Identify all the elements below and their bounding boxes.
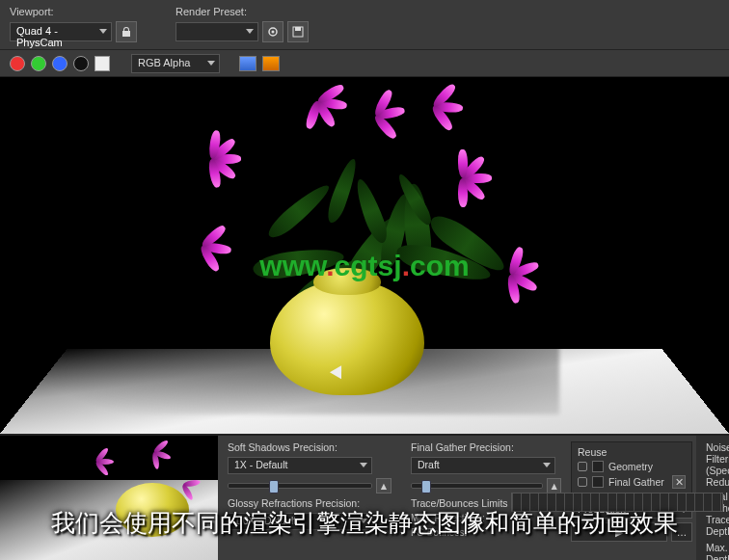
lock-icon (578, 477, 587, 487)
shadows-precision-panel: Soft Shadows Precision: 1X - Default ▲ G… (218, 436, 401, 560)
max-reflections-label: Max. Reflections: (411, 513, 485, 523)
reuse-fg-reset-button[interactable]: ✕ (672, 475, 686, 489)
preset-browse-button[interactable] (262, 21, 284, 42)
render-preset-label: Render Preset: (176, 6, 309, 17)
final-gather-slider[interactable] (411, 483, 543, 489)
watermark-text: www.cgtsj.com (259, 250, 469, 282)
glossy-refractions-value: 1.0X - Default (234, 515, 296, 526)
soft-shadows-slider[interactable] (228, 483, 372, 489)
viewport-select-value: Quad 4 - PhysCam (16, 25, 63, 48)
render-preview-thumbnail (0, 436, 218, 560)
svg-rect-3 (295, 27, 301, 31)
final-gather-value: Draft (418, 459, 440, 470)
chevron-down-icon (246, 29, 254, 34)
chevron-down-icon (360, 519, 367, 523)
render-options-button[interactable]: … (671, 522, 692, 542)
final-gather-step-button[interactable]: ▲ (547, 478, 561, 493)
time-slider[interactable] (511, 493, 723, 512)
render-pot (270, 280, 424, 395)
viewport-select[interactable]: Quad 4 - PhysCam (10, 22, 112, 41)
green-channel-button[interactable] (31, 56, 46, 71)
disk-icon (292, 26, 304, 38)
lock-icon (121, 26, 132, 38)
noise-filtering-label: Noise Filtering (Speckle Reduction): (706, 441, 723, 488)
framebuffer-type-select[interactable]: RGB Alpha (131, 54, 220, 73)
svg-point-1 (272, 31, 275, 34)
final-gather-select[interactable]: Draft (411, 457, 555, 474)
reuse-geometry-checkbox[interactable] (592, 461, 604, 472)
reuse-geometry-label: Geometry (608, 461, 653, 472)
soft-shadows-step-button[interactable]: ▲ (376, 478, 392, 493)
glossy-refractions-label: Glossy Refractions Precision: (228, 497, 395, 509)
lock-viewport-button[interactable] (116, 21, 137, 42)
render-preset-select[interactable] (176, 22, 258, 41)
soft-shadows-label: Soft Shadows Precision: (228, 441, 395, 453)
clone-framebuffer-button[interactable] (239, 56, 256, 71)
glossy-refractions-select[interactable]: 1.0X - Default (228, 513, 372, 530)
max-depth-label: Max. Depth: (706, 542, 729, 560)
reuse-final-gather-label: Final Gather (608, 476, 664, 488)
fg-bounces-label: FG Bounces: (411, 527, 561, 538)
blue-channel-button[interactable] (52, 56, 68, 71)
reuse-final-gather-checkbox[interactable] (592, 476, 604, 488)
chevron-down-icon (207, 61, 215, 66)
chevron-down-icon (543, 463, 551, 467)
chevron-down-icon (99, 29, 107, 34)
preset-save-button[interactable] (287, 21, 309, 42)
save-image-button[interactable] (262, 56, 280, 71)
render-button[interactable]: ▶ (571, 522, 667, 542)
soft-shadows-select[interactable]: 1X - Default (228, 457, 372, 474)
soft-shadows-value: 1X - Default (234, 459, 287, 470)
viewport-group: Viewport: Quad 4 - PhysCam (10, 6, 137, 41)
render-viewport: www.cgtsj.com (0, 77, 729, 434)
chevron-down-icon (360, 463, 367, 467)
top-toolbar: Viewport: Quad 4 - PhysCam Render Preset… (0, 0, 729, 50)
reuse-label: Reuse (578, 446, 686, 458)
framebuffer-type-value: RGB Alpha (138, 57, 190, 68)
alpha-channel-button[interactable] (73, 56, 89, 71)
reuse-groupbox: Reuse Geometry Final Gather ✕ (571, 441, 692, 497)
channel-toolbar: RGB Alpha (0, 50, 729, 77)
viewport-label: Viewport: (10, 6, 137, 17)
red-channel-button[interactable] (10, 56, 25, 71)
mono-channel-button[interactable] (94, 56, 110, 71)
final-gather-label: Final Gather Precision: (411, 441, 561, 453)
gear-icon (267, 26, 279, 38)
lock-icon (578, 462, 587, 471)
render-preset-group: Render Preset: (176, 6, 309, 41)
